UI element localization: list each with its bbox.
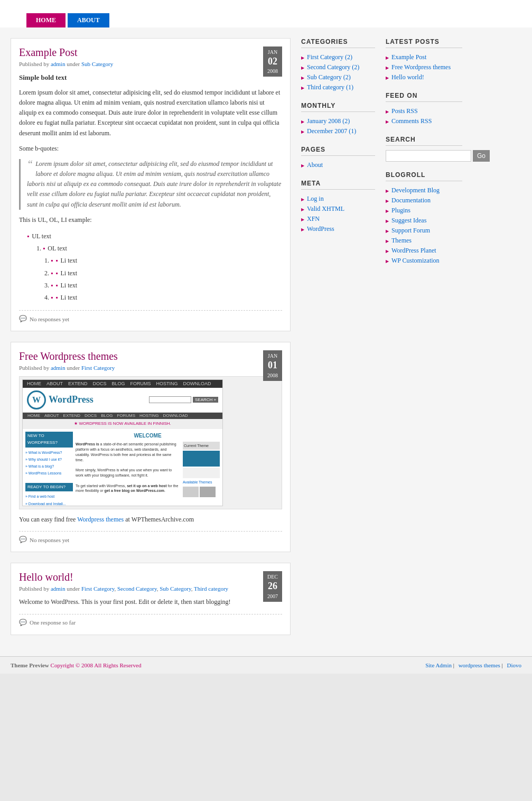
blogroll-link-2[interactable]: Documentation	[391, 197, 431, 204]
meta-link-xfn[interactable]: XFN	[307, 215, 320, 222]
blogroll-link-6[interactable]: Themes	[391, 237, 412, 244]
footer-diovo-link[interactable]: Diovo	[507, 662, 522, 668]
monthly-link-2[interactable]: December 2007 (1)	[307, 127, 356, 135]
latest-post-link-2[interactable]: Free Wordpress themes	[391, 63, 451, 71]
post-footer-1: 💬 No responses yet	[19, 310, 282, 323]
meta-title: Meta	[301, 180, 375, 190]
blogroll-item-1: Development Blog	[386, 185, 462, 195]
post-comments-2[interactable]: No responses yet	[30, 537, 69, 543]
wp-screenshot: HOME ABOUT EXTEND DOCS BLOG FORUMS HOSTI…	[22, 379, 223, 506]
monthly-link-1[interactable]: January 2008 (2)	[307, 117, 350, 125]
wp-topbar: HOME ABOUT EXTEND DOCS BLOG FORUMS HOSTI…	[23, 380, 222, 387]
li-item-3: ▪Li text	[51, 280, 282, 292]
post-footer-3: 💬 One response so far	[19, 614, 282, 627]
blogroll-item-8: WP Customization	[386, 256, 462, 266]
blogroll-link-7[interactable]: WordPress Planet	[391, 247, 436, 254]
blogroll-link-5[interactable]: Support Forum	[391, 227, 430, 234]
post-author-2[interactable]: admin	[51, 365, 66, 371]
latest-post-1: Example Post	[386, 52, 462, 62]
search-title: Search	[386, 136, 462, 146]
post-example: Jan 02 2008 Example Post Published by ad…	[11, 38, 291, 331]
post-date-2: Jan 01 2008	[263, 350, 282, 380]
post-cat3-4[interactable]: Third category	[194, 585, 228, 592]
post-title-1[interactable]: Example Post	[19, 46, 282, 59]
category-link-3[interactable]: Sub Category (2)	[307, 73, 351, 81]
feed-link-posts[interactable]: Posts RSS	[391, 107, 418, 115]
meta-link-xhtml[interactable]: Valid XHTML	[307, 205, 344, 212]
meta-item-xhtml: Valid XHTML	[301, 204, 375, 214]
meta-item-login: Log in	[301, 194, 375, 204]
wp-notice: ★ WORDPRESS IS NOW AVAILABLE IN FINNISH.	[23, 419, 222, 429]
blogroll-title: Blogroll	[386, 171, 462, 181]
wp-search-btn[interactable]: SEARCH »	[193, 397, 218, 403]
nav-home[interactable]: Home	[26, 13, 66, 27]
category-link-1[interactable]: First Category (2)	[307, 53, 352, 61]
comment-icon-1: 💬	[19, 315, 27, 323]
search-input[interactable]	[386, 150, 471, 162]
blogroll-item-7: WordPress Planet	[386, 246, 462, 256]
footer-theme-preview: Theme Preview	[11, 662, 49, 668]
post-author-3[interactable]: admin	[51, 585, 66, 592]
blogroll-link-3[interactable]: Plugins	[391, 207, 410, 214]
post-cat3-1[interactable]: First Category	[81, 585, 115, 592]
blogroll-list: Development Blog Documentation Plugins S…	[386, 185, 462, 266]
blogroll-link-1[interactable]: Development Blog	[391, 187, 440, 194]
pages-list: About	[301, 160, 375, 170]
blogroll-item-3: Plugins	[386, 206, 462, 216]
post-content-2: HOME ABOUT EXTEND DOCS BLOG FORUMS HOSTI…	[19, 376, 282, 525]
category-item-3: Sub Category (2)	[301, 72, 375, 82]
post-author-1[interactable]: admin	[51, 61, 66, 67]
blogroll-item-6: Themes	[386, 236, 462, 246]
post-cat3-2[interactable]: Second Category	[117, 585, 157, 592]
post-body-text-2: You can easy find free Wordpress themes …	[19, 515, 282, 525]
feed-link-comments[interactable]: Comments RSS	[391, 117, 432, 125]
blogroll-link-8[interactable]: WP Customization	[391, 257, 440, 264]
post-title-3[interactable]: Hello world!	[19, 571, 282, 583]
footer-copyright: Copyright © 2008 All Rights Reserved	[51, 662, 142, 668]
wp-theme-preview: Current Theme Available Themes	[183, 442, 220, 497]
category-link-2[interactable]: Second Category (2)	[307, 63, 359, 71]
themes-link[interactable]: Wordpress themes	[77, 516, 124, 523]
wp-search-input[interactable]	[149, 396, 191, 403]
widget-latest-posts: Latest Posts Example Post Free Wordpress…	[386, 38, 462, 82]
feed-item-posts: Posts RSS	[386, 106, 462, 116]
widget-meta: Meta Log in Valid XHTML XFN WordPress	[301, 180, 375, 234]
post-blockquote: Lorem ipsum dolor sit amet, consectetur …	[19, 159, 282, 210]
meta-link-wp[interactable]: WordPress	[307, 225, 334, 232]
wp-logo-area: W WordPress	[27, 390, 94, 409]
bquotes-label: Some b-quotes:	[19, 144, 282, 154]
widget-monthly: Monthly January 2008 (2) December 2007 (…	[301, 102, 375, 136]
category-link-4[interactable]: Third category (1)	[307, 83, 353, 91]
latest-posts-list: Example Post Free Wordpress themes Hello…	[386, 52, 462, 82]
post-date-3: Dec 26 2007	[263, 571, 282, 601]
wp-search-area: SEARCH »	[94, 396, 218, 403]
latest-post-link-1[interactable]: Example Post	[391, 53, 426, 61]
latest-posts-title: Latest Posts	[386, 38, 462, 48]
categories-title: Categories	[301, 38, 375, 48]
wp-body: NEW TO WORDPRESS? » What is WordPress? »…	[23, 429, 222, 506]
ul-item: UL text	[27, 230, 282, 243]
post-content-1: Simple bold text Lorem ipsum dolor sit a…	[19, 72, 282, 304]
meta-link-login[interactable]: Log in	[307, 195, 324, 202]
footer-site-admin-link[interactable]: Site Admin	[425, 662, 452, 668]
post-comments-3[interactable]: One response so far	[30, 619, 76, 626]
page-link-about[interactable]: About	[307, 161, 323, 169]
footer-wp-themes-link[interactable]: wordpress themes	[459, 662, 500, 668]
post-title-2[interactable]: Free Wordpress themes	[19, 350, 282, 362]
blogroll-link-4[interactable]: Suggest Ideas	[391, 217, 426, 224]
wp-screenshot-container: HOME ABOUT EXTEND DOCS BLOG FORUMS HOSTI…	[19, 376, 282, 509]
nav-about[interactable]: About	[68, 13, 109, 27]
post-category-2[interactable]: First Category	[81, 365, 115, 371]
post-wp-themes: Jan 01 2008 Free Wordpress themes Publis…	[11, 342, 291, 552]
post-cat3-3[interactable]: Sub Category	[160, 585, 191, 592]
blogroll-item-2: Documentation	[386, 195, 462, 206]
post-footer-2: 💬 No responses yet	[19, 531, 282, 544]
latest-post-link-3[interactable]: Hello world!	[391, 73, 424, 81]
post-category-1[interactable]: Sub Category	[81, 61, 113, 67]
post-hello-world: Dec 26 2007 Hello world! Published by ad…	[11, 563, 291, 635]
footer-left: Theme Preview Copyright © 2008 All Right…	[11, 662, 141, 668]
post-meta-3: Published by admin under First Category,…	[19, 585, 282, 592]
widget-pages: Pages About	[301, 146, 375, 170]
search-button[interactable]: Go	[473, 150, 490, 162]
post-comments-1[interactable]: No responses yet	[30, 316, 69, 322]
